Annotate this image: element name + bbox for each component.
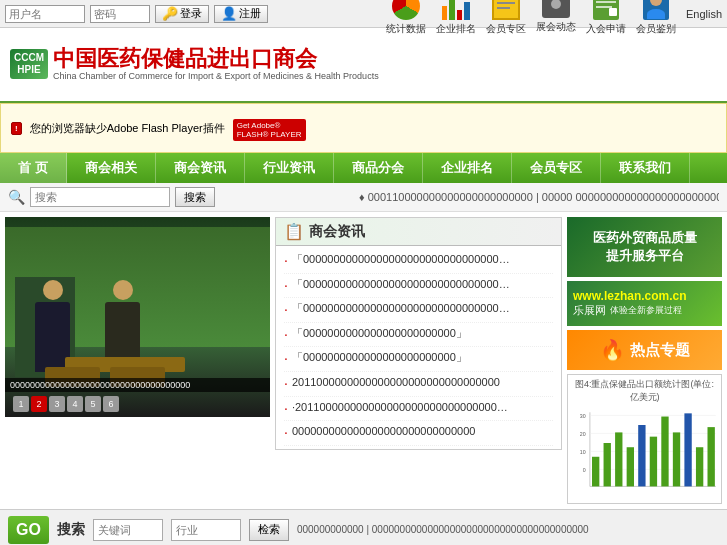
nav-industry[interactable]: 行业资讯 bbox=[245, 153, 334, 183]
main-content: 000000000000000000000000000000000000 1 2… bbox=[0, 212, 727, 509]
stats-link[interactable]: 统计数据 bbox=[386, 0, 426, 36]
lezhan-banner[interactable]: www.lezhan.com.cn 乐展网 体验全新参展过程 bbox=[567, 281, 722, 326]
person-icon bbox=[643, 0, 669, 20]
logo-chinese: 中国医药保健品进出口商会 bbox=[53, 47, 379, 71]
search-icon: 🔍 bbox=[8, 189, 25, 205]
fire-icon: 🔥 bbox=[600, 338, 625, 362]
svg-rect-19 bbox=[696, 447, 703, 486]
bar-chart-svg: 30 20 10 0 bbox=[571, 407, 718, 497]
bottom-bar: GO 搜索 检索 000000000000 | 0000000000000000… bbox=[0, 509, 727, 545]
page-3[interactable]: 3 bbox=[49, 396, 65, 412]
form-icon bbox=[593, 0, 619, 20]
top-bar: 🔑 登录 👤 注册 统计数据 企业排名 会员专区 bbox=[0, 0, 727, 28]
ticker-area: ♦ 000110000000000000000000000 | 00000 00… bbox=[359, 191, 719, 203]
document-icon bbox=[492, 0, 520, 20]
news-link[interactable]: 「0000000000000000000000000000000000000」 bbox=[292, 251, 512, 268]
news-bullet: · bbox=[284, 374, 288, 394]
logo-area: CCCM HPIE 中国医药保健品进出口商会 China Chamber of … bbox=[10, 47, 717, 82]
news-link[interactable]: 2011000000000000000000000000000000 bbox=[292, 374, 500, 391]
password-input[interactable] bbox=[90, 5, 150, 23]
main-nav: 首 页 商会相关 商会资讯 行业资讯 商品分会 企业排名 会员专区 联系我们 bbox=[0, 153, 727, 183]
news-item: · 「00000000000000000000000000000000000」 bbox=[284, 298, 553, 323]
news-link[interactable]: 000000000000000000000000000000 bbox=[292, 423, 476, 440]
chart-title: 图4:重点保健品出口额统计图(单位:亿美元) bbox=[571, 378, 718, 404]
member-zone-link[interactable]: 会员专区 bbox=[486, 0, 526, 36]
news-bullet: · bbox=[284, 399, 288, 419]
nav-contact[interactable]: 联系我们 bbox=[601, 153, 690, 183]
logo-text: 中国医药保健品进出口商会 China Chamber of Commerce f… bbox=[53, 47, 379, 82]
main-search-button[interactable]: 搜索 bbox=[175, 187, 215, 207]
news-item: · 「0000000000000000000000000000000000000… bbox=[284, 249, 553, 274]
news-bullet: · bbox=[284, 251, 288, 271]
news-bullet: · bbox=[284, 349, 288, 369]
ticker-text: ♦ 000110000000000000000000000 | 00000 00… bbox=[359, 191, 719, 203]
search-bar: 🔍 搜索 ♦ 000110000000000000000000000 | 000… bbox=[0, 183, 727, 212]
ranking-link[interactable]: 企业排名 bbox=[436, 0, 476, 36]
news-item: · ·2011000000000000000000000000000000000… bbox=[284, 397, 553, 422]
svg-rect-10 bbox=[592, 457, 599, 487]
news-item: · 「0000000000000000000000000000000000000… bbox=[284, 274, 553, 299]
page-5[interactable]: 5 bbox=[85, 396, 101, 412]
bottom-keyword-input[interactable] bbox=[93, 519, 163, 541]
scene-background: 000000000000000000000000000000000000 1 2… bbox=[5, 217, 270, 417]
logo-english: China Chamber of Commerce for Import & E… bbox=[53, 71, 379, 82]
top-nav-icons: 统计数据 企业排名 会员专区 展会动态 bbox=[386, 0, 722, 36]
svg-rect-20 bbox=[708, 427, 715, 486]
page-4[interactable]: 4 bbox=[67, 396, 83, 412]
flash-download-area: Get Adobe®FLASH® PLAYER bbox=[233, 119, 306, 141]
news-section: 📋 商会资讯 · 「000000000000000000000000000000… bbox=[275, 217, 562, 450]
svg-rect-17 bbox=[673, 432, 680, 486]
svg-rect-14 bbox=[638, 425, 645, 486]
svg-rect-18 bbox=[684, 413, 691, 486]
username-input[interactable] bbox=[5, 5, 85, 23]
news-bullet: · bbox=[284, 423, 288, 443]
page-2[interactable]: 2 bbox=[31, 396, 47, 412]
news-link[interactable]: 「000000000000000000000000000000000000000… bbox=[292, 276, 512, 293]
go-button[interactable]: GO bbox=[8, 516, 49, 544]
camera-icon bbox=[542, 0, 570, 18]
bottom-search-label: 搜索 bbox=[57, 521, 85, 539]
flash-notice-text: 您的浏览器缺少Adobe Flash Player插件 bbox=[30, 121, 225, 136]
caption-text: 000000000000000000000000000000000000 bbox=[10, 380, 265, 390]
page-6[interactable]: 6 bbox=[103, 396, 119, 412]
news-link[interactable]: ·201100000000000000000000000000000000000… bbox=[292, 399, 512, 416]
nav-members[interactable]: 会员专区 bbox=[512, 153, 601, 183]
caption-bar: 000000000000000000000000000000000000 bbox=[5, 378, 270, 392]
news-link[interactable]: 「0000000000000000000000000」 bbox=[292, 349, 467, 366]
nav-ranking[interactable]: 企业排名 bbox=[423, 153, 512, 183]
bar-chart-icon bbox=[442, 0, 470, 20]
news-item: · 000000000000000000000000000000 bbox=[284, 421, 553, 446]
chart-area: 图4:重点保健品出口额统计图(单位:亿美元) 30 20 10 0 bbox=[567, 374, 722, 504]
bottom-industry-input[interactable] bbox=[171, 519, 241, 541]
slideshow: 000000000000000000000000000000000000 1 2… bbox=[5, 217, 270, 417]
login-button[interactable]: 🔑 登录 bbox=[155, 5, 209, 23]
svg-rect-16 bbox=[661, 417, 668, 487]
news-list: · 「0000000000000000000000000000000000000… bbox=[276, 246, 561, 449]
slideshow-pagination: 1 2 3 4 5 6 bbox=[13, 396, 119, 412]
slideshow-column: 000000000000000000000000000000000000 1 2… bbox=[5, 217, 270, 504]
news-link[interactable]: 「00000000000000000000000000000000000」 bbox=[292, 300, 512, 317]
nav-home[interactable]: 首 页 bbox=[0, 153, 67, 183]
nav-about[interactable]: 商会相关 bbox=[67, 153, 156, 183]
right-column: 医药外贸商品质量 提升服务平台 www.lezhan.com.cn 乐展网 体验… bbox=[567, 217, 722, 504]
header: CCCM HPIE 中国医药保健品进出口商会 China Chamber of … bbox=[0, 28, 727, 103]
verify-link[interactable]: 会员鉴别 bbox=[636, 0, 676, 36]
news-bullet: · bbox=[284, 300, 288, 320]
expo-link[interactable]: 展会动态 bbox=[536, 0, 576, 34]
nav-news[interactable]: 商会资讯 bbox=[156, 153, 245, 183]
svg-rect-12 bbox=[615, 432, 622, 486]
register-button[interactable]: 👤 注册 bbox=[214, 5, 268, 23]
svg-text:20: 20 bbox=[580, 431, 586, 437]
nav-products[interactable]: 商品分会 bbox=[334, 153, 423, 183]
quality-platform-banner[interactable]: 医药外贸商品质量 提升服务平台 bbox=[567, 217, 722, 277]
page-1[interactable]: 1 bbox=[13, 396, 29, 412]
hot-topics-banner[interactable]: 🔥 热点专题 bbox=[567, 330, 722, 370]
english-link[interactable]: English bbox=[686, 8, 722, 20]
news-header: 📋 商会资讯 bbox=[276, 218, 561, 246]
join-link[interactable]: 入会申请 bbox=[586, 0, 626, 36]
news-link[interactable]: 「0000000000000000000000000」 bbox=[292, 325, 467, 342]
pie-chart-icon bbox=[392, 0, 420, 20]
main-search-input[interactable] bbox=[30, 187, 170, 207]
bottom-search-button[interactable]: 检索 bbox=[249, 519, 289, 541]
news-column: 📋 商会资讯 · 「000000000000000000000000000000… bbox=[270, 217, 567, 504]
